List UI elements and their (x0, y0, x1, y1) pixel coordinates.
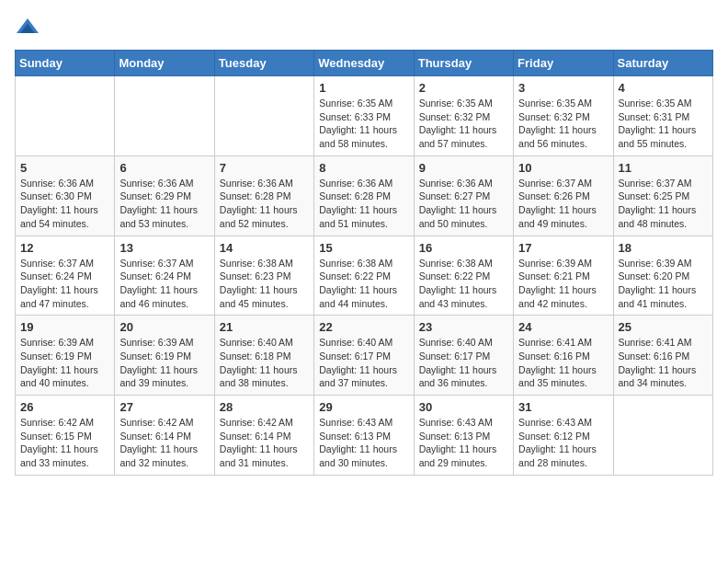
day-number: 14 (220, 241, 309, 255)
day-number: 26 (20, 400, 109, 414)
calendar-cell (115, 76, 214, 156)
day-number: 28 (220, 400, 309, 414)
day-number: 21 (220, 320, 309, 334)
cell-info: Sunrise: 6:42 AM (20, 416, 109, 430)
cell-info: Daylight: 11 hours and 53 minutes. (119, 203, 209, 230)
day-number: 17 (518, 241, 608, 255)
cell-info: Sunset: 6:31 PM (619, 110, 708, 124)
cell-info: Daylight: 11 hours and 54 minutes. (20, 203, 109, 230)
calendar-cell: 18Sunrise: 6:39 AMSunset: 6:20 PMDayligh… (613, 236, 712, 316)
day-number: 6 (119, 161, 209, 175)
cell-info: Daylight: 11 hours and 43 minutes. (419, 283, 508, 310)
cell-info: Daylight: 11 hours and 33 minutes. (20, 442, 109, 469)
cell-info: Sunrise: 6:42 AM (119, 416, 209, 430)
cell-info: Daylight: 11 hours and 39 minutes. (119, 363, 209, 390)
cell-info: Daylight: 11 hours and 55 minutes. (619, 123, 708, 150)
cell-info: Sunset: 6:17 PM (419, 350, 508, 363)
calendar-cell: 26Sunrise: 6:42 AMSunset: 6:15 PMDayligh… (16, 396, 115, 476)
cell-info: Sunset: 6:27 PM (419, 190, 508, 203)
cell-info: Sunset: 6:20 PM (619, 270, 708, 283)
cell-info: Sunset: 6:26 PM (518, 190, 608, 203)
cell-info: Sunrise: 6:35 AM (419, 97, 508, 110)
calendar-cell (613, 396, 712, 476)
cell-info: Sunrise: 6:36 AM (220, 177, 309, 190)
cell-info: Sunset: 6:15 PM (20, 430, 109, 443)
cell-info: Daylight: 11 hours and 28 minutes. (518, 442, 608, 469)
cell-info: Daylight: 11 hours and 51 minutes. (319, 203, 408, 230)
calendar-cell: 27Sunrise: 6:42 AMSunset: 6:14 PMDayligh… (115, 396, 214, 476)
calendar-cell: 25Sunrise: 6:41 AMSunset: 6:16 PMDayligh… (613, 316, 712, 396)
weekday-header: Thursday (414, 51, 513, 76)
cell-info: Sunset: 6:32 PM (518, 110, 608, 124)
calendar-cell: 4Sunrise: 6:35 AMSunset: 6:31 PMDaylight… (613, 76, 712, 156)
day-number: 23 (419, 320, 508, 334)
day-number: 19 (20, 320, 109, 334)
calendar-cell: 9Sunrise: 6:36 AMSunset: 6:27 PMDaylight… (414, 155, 513, 236)
day-number: 16 (419, 241, 508, 255)
cell-info: Sunrise: 6:38 AM (419, 257, 508, 270)
cell-info: Sunrise: 6:39 AM (20, 336, 109, 350)
calendar-week-row: 1Sunrise: 6:35 AMSunset: 6:33 PMDaylight… (16, 76, 713, 156)
cell-info: Sunrise: 6:40 AM (220, 336, 309, 350)
calendar-cell: 20Sunrise: 6:39 AMSunset: 6:19 PMDayligh… (115, 316, 214, 396)
calendar-cell: 2Sunrise: 6:35 AMSunset: 6:32 PMDaylight… (414, 76, 513, 156)
cell-info: Sunrise: 6:41 AM (518, 336, 608, 350)
weekday-header: Tuesday (214, 51, 313, 76)
day-number: 20 (119, 320, 209, 334)
cell-info: Sunrise: 6:40 AM (419, 336, 508, 350)
calendar-cell: 16Sunrise: 6:38 AMSunset: 6:22 PMDayligh… (414, 236, 513, 316)
calendar-week-row: 26Sunrise: 6:42 AMSunset: 6:15 PMDayligh… (16, 396, 713, 476)
calendar-cell: 15Sunrise: 6:38 AMSunset: 6:22 PMDayligh… (314, 236, 414, 316)
cell-info: Sunset: 6:16 PM (619, 350, 708, 363)
day-number: 1 (319, 81, 408, 95)
day-number: 10 (518, 161, 608, 175)
cell-info: Sunrise: 6:38 AM (220, 257, 309, 270)
page-header (15, 15, 713, 40)
day-number: 8 (319, 161, 408, 175)
cell-info: Sunset: 6:12 PM (518, 430, 608, 443)
cell-info: Daylight: 11 hours and 52 minutes. (220, 203, 309, 230)
calendar-cell: 23Sunrise: 6:40 AMSunset: 6:17 PMDayligh… (414, 316, 513, 396)
cell-info: Daylight: 11 hours and 42 minutes. (518, 283, 608, 310)
cell-info: Sunset: 6:19 PM (119, 350, 209, 363)
cell-info: Daylight: 11 hours and 46 minutes. (119, 283, 209, 310)
cell-info: Sunset: 6:13 PM (419, 430, 508, 443)
logo-icon (15, 15, 40, 40)
cell-info: Sunrise: 6:43 AM (319, 416, 408, 430)
cell-info: Sunset: 6:29 PM (119, 190, 209, 203)
calendar-cell: 11Sunrise: 6:37 AMSunset: 6:25 PMDayligh… (613, 155, 712, 236)
cell-info: Daylight: 11 hours and 40 minutes. (20, 363, 109, 390)
weekday-header: Sunday (16, 51, 115, 76)
cell-info: Daylight: 11 hours and 50 minutes. (419, 203, 508, 230)
cell-info: Sunset: 6:19 PM (20, 350, 109, 363)
cell-info: Sunset: 6:13 PM (319, 430, 408, 443)
cell-info: Sunset: 6:28 PM (319, 190, 408, 203)
calendar-cell: 31Sunrise: 6:43 AMSunset: 6:12 PMDayligh… (514, 396, 613, 476)
cell-info: Daylight: 11 hours and 37 minutes. (319, 363, 408, 390)
weekday-header: Saturday (613, 51, 712, 76)
cell-info: Daylight: 11 hours and 30 minutes. (319, 442, 408, 469)
cell-info: Daylight: 11 hours and 41 minutes. (619, 283, 708, 310)
cell-info: Sunset: 6:21 PM (518, 270, 608, 283)
cell-info: Sunset: 6:33 PM (319, 110, 408, 124)
cell-info: Daylight: 11 hours and 44 minutes. (319, 283, 408, 310)
cell-info: Sunset: 6:30 PM (20, 190, 109, 203)
cell-info: Sunset: 6:17 PM (319, 350, 408, 363)
cell-info: Sunset: 6:14 PM (119, 430, 209, 443)
cell-info: Sunrise: 6:39 AM (518, 257, 608, 270)
calendar-cell: 24Sunrise: 6:41 AMSunset: 6:16 PMDayligh… (514, 316, 613, 396)
day-number: 2 (419, 81, 508, 95)
cell-info: Sunset: 6:16 PM (518, 350, 608, 363)
calendar-cell (214, 76, 313, 156)
cell-info: Sunset: 6:24 PM (20, 270, 109, 283)
cell-info: Sunrise: 6:36 AM (20, 177, 109, 190)
day-number: 24 (518, 320, 608, 334)
calendar-table: SundayMondayTuesdayWednesdayThursdayFrid… (15, 50, 713, 476)
calendar-cell (16, 76, 115, 156)
calendar-week-row: 19Sunrise: 6:39 AMSunset: 6:19 PMDayligh… (16, 316, 713, 396)
cell-info: Sunset: 6:18 PM (220, 350, 309, 363)
weekday-header: Wednesday (314, 51, 414, 76)
calendar-week-row: 12Sunrise: 6:37 AMSunset: 6:24 PMDayligh… (16, 236, 713, 316)
calendar-cell: 30Sunrise: 6:43 AMSunset: 6:13 PMDayligh… (414, 396, 513, 476)
calendar-cell: 17Sunrise: 6:39 AMSunset: 6:21 PMDayligh… (514, 236, 613, 316)
